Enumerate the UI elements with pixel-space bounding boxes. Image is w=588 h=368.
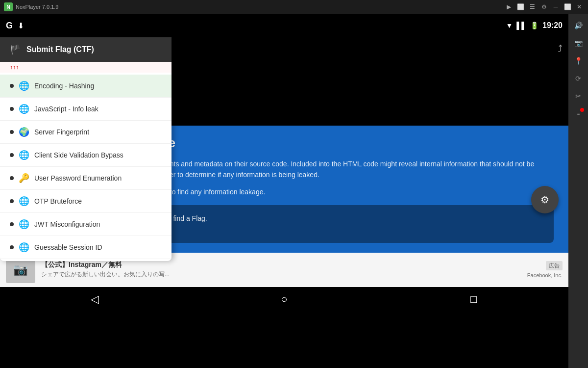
dropdown-item-icon: 🌐 bbox=[19, 150, 29, 160]
dropdown-item-label: Server Fingerprint bbox=[34, 128, 89, 136]
play-button[interactable]: ▶ bbox=[504, 2, 514, 12]
header-right: ⤴ bbox=[172, 37, 568, 126]
dropdown-dot bbox=[10, 222, 14, 226]
fab-button[interactable]: ⚙ bbox=[531, 186, 559, 213]
dropdown-item-label: OTP Bruteforce bbox=[34, 197, 82, 205]
volume-sidebar-icon[interactable]: 🔊 bbox=[570, 18, 586, 33]
ad-content: 【公式】Instagram／無料 シェアで広がる新しい出会い。お気に入りの写..… bbox=[41, 261, 521, 279]
share-button[interactable]: ⤴ bbox=[558, 43, 563, 54]
dropdown-dot bbox=[10, 245, 14, 249]
dropdown-dot bbox=[10, 199, 14, 203]
dropdown-items: 🌐 Encoding - Hashing 🌐 JavaScript - Info… bbox=[0, 73, 172, 261]
dropdown-item-label: User Password Enumeration bbox=[34, 174, 122, 182]
dropdown-dot bbox=[10, 153, 14, 157]
download-icon: ⬇ bbox=[18, 21, 24, 30]
dropdown-item-icon: 🌐 bbox=[19, 219, 29, 230]
recents-button[interactable]: □ bbox=[459, 289, 489, 309]
location-sidebar-icon[interactable]: 📍 bbox=[570, 53, 586, 69]
battery-icon: 🔋 bbox=[530, 22, 539, 29]
dropdown-item-icon: 🌍 bbox=[19, 127, 29, 137]
dropdown-item[interactable]: 🌐 OTP Bruteforce bbox=[0, 190, 172, 213]
ad-badge: 広告 bbox=[546, 261, 563, 270]
dropdown-item[interactable]: 🌐 Client Side Validation Bypass bbox=[0, 144, 172, 167]
ad-description: シェアで広がる新しい出会い。お気に入りの写... bbox=[41, 270, 521, 279]
wifi-icon: ▼ bbox=[506, 22, 513, 29]
minimize-button[interactable]: ─ bbox=[551, 2, 561, 12]
dropdown-item[interactable]: 🌐 Guessable Session ID bbox=[0, 236, 172, 259]
window-controls: ▶ ⬜ ☰ ⚙ ─ ⬜ ✕ bbox=[504, 2, 584, 12]
status-bar-right: ▼ ▌▌ 🔋 19:20 bbox=[506, 21, 563, 30]
scroll-hint: ↑↑↑ bbox=[0, 62, 172, 73]
back-button[interactable]: ◁ bbox=[80, 289, 109, 309]
dropdown-item-label: Guessable Session ID bbox=[34, 243, 102, 251]
dropdown-item[interactable]: 🌍 Server Fingerprint bbox=[0, 121, 172, 144]
dropdown-dot bbox=[10, 130, 14, 134]
dropdown-item-label: Client Side Validation Bypass bbox=[34, 151, 123, 159]
app-area: 1011010100101010100110101001011010100101… bbox=[0, 37, 568, 368]
restore-button[interactable]: ⬜ bbox=[563, 2, 572, 12]
flag-icon: 🏴 bbox=[10, 44, 21, 55]
dropdown-item[interactable]: 🌐 JWT Misconfiguration bbox=[0, 213, 172, 236]
dropdown-item-icon: 🔑 bbox=[19, 173, 29, 184]
dropdown-item-label: JavaScript - Info leak bbox=[34, 105, 98, 113]
dropdown-menu: 🏴 Submit Flag (CTF) ↑↑↑ 🌐 Encoding - Has… bbox=[0, 37, 172, 261]
dropdown-item[interactable]: 🔑 User Password Enumeration bbox=[0, 167, 172, 190]
app-title: NoxPlayer 7.0.1.9 bbox=[16, 4, 58, 10]
dropdown-item-label: JWT Misconfiguration bbox=[34, 220, 100, 228]
dropdown-dot bbox=[10, 107, 14, 111]
dropdown-item-icon: 🌐 bbox=[19, 80, 29, 91]
emulator-wrapper: G ⬇ ▼ ▌▌ 🔋 19:20 10110101001010101001101… bbox=[0, 14, 588, 368]
dropdown-dot bbox=[10, 84, 14, 88]
rotate-sidebar-icon[interactable]: ⟳ bbox=[570, 71, 586, 86]
dropdown-item-icon: 🌐 bbox=[19, 104, 29, 114]
dropdown-item-icon: 🌐 bbox=[19, 242, 29, 253]
signal-icon: ▌▌ bbox=[516, 22, 526, 29]
dropdown-item[interactable]: 🌐 Encoding - Hashing bbox=[0, 75, 172, 98]
cut-sidebar-icon[interactable]: ✂ bbox=[570, 88, 586, 104]
close-button[interactable]: ✕ bbox=[574, 2, 584, 12]
right-sidebar: 🔊 📷 📍 ⟳ ✂ ··· bbox=[568, 14, 588, 368]
dropdown-item[interactable]: 🌐 JavaScript - Info leak bbox=[0, 98, 172, 121]
more-sidebar-icon[interactable]: ··· bbox=[570, 106, 586, 122]
status-time: 19:20 bbox=[542, 21, 563, 30]
dropdown-header-label: Submit Flag (CTF) bbox=[26, 45, 94, 54]
screen-button[interactable]: ⬜ bbox=[515, 2, 525, 12]
nav-bar: ◁ ○ □ bbox=[0, 287, 568, 312]
dropdown-item-label: Encoding - Hashing bbox=[34, 82, 94, 90]
nox-logo: N bbox=[4, 2, 13, 11]
menu-button[interactable]: ☰ bbox=[527, 2, 537, 12]
settings-button[interactable]: ⚙ bbox=[539, 2, 549, 12]
g-icon: G bbox=[6, 21, 13, 31]
dropdown-header: 🏴 Submit Flag (CTF) bbox=[0, 37, 172, 62]
status-bar: G ⬇ ▼ ▌▌ 🔋 19:20 bbox=[0, 14, 568, 37]
dropdown-item-icon: 🌐 bbox=[19, 196, 29, 207]
camera-sidebar-icon[interactable]: 📷 bbox=[570, 35, 586, 51]
dropdown-dot bbox=[10, 176, 14, 180]
android-screen: G ⬇ ▼ ▌▌ 🔋 19:20 10110101001010101001101… bbox=[0, 14, 568, 368]
ad-title: 【公式】Instagram／無料 bbox=[41, 261, 521, 269]
ad-source: Facebook, Inc. bbox=[527, 272, 563, 278]
home-button[interactable]: ○ bbox=[270, 289, 299, 309]
status-bar-left: G ⬇ bbox=[6, 21, 24, 31]
titlebar: N NoxPlayer 7.0.1.9 ▶ ⬜ ☰ ⚙ ─ ⬜ ✕ bbox=[0, 0, 588, 14]
